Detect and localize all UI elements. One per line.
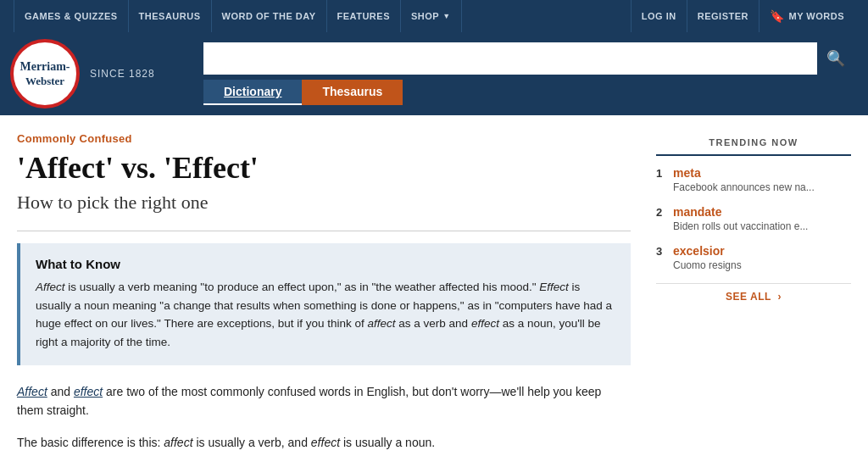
login-link[interactable]: LOG IN xyxy=(631,0,687,32)
tab-thesaurus[interactable]: Thesaurus xyxy=(302,80,403,105)
trending-num-2: 2 xyxy=(656,206,666,219)
logo-line2: Webster xyxy=(19,75,70,88)
article-subtitle: How to pick the right one xyxy=(17,192,631,214)
trending-word-1[interactable]: meta xyxy=(673,166,701,180)
trending-desc-3: Cuomo resigns xyxy=(656,259,851,271)
trending-desc-1: Facebook announces new na... xyxy=(656,181,851,193)
affect-italic: affect xyxy=(164,436,192,449)
see-all: SEE ALL › xyxy=(656,283,851,303)
chevron-right-icon: › xyxy=(777,291,782,303)
trending-divider xyxy=(656,154,851,156)
tabs: Dictionary Thesaurus xyxy=(203,80,854,105)
effect-link[interactable]: effect xyxy=(74,385,103,398)
word-of-day-link[interactable]: WORD OF THE DAY xyxy=(212,0,327,32)
main-container: Commonly Confused 'Affect' vs. 'Effect' … xyxy=(0,115,868,456)
what-to-know-title: What to Know xyxy=(36,257,615,271)
see-all-link[interactable]: SEE ALL › xyxy=(726,291,782,303)
content-area: Commonly Confused 'Affect' vs. 'Effect' … xyxy=(17,132,631,456)
effect-word-1: Effect xyxy=(539,281,569,293)
dropdown-arrow-icon: ▼ xyxy=(442,0,450,32)
what-to-know-box: What to Know Affect is usually a verb me… xyxy=(17,243,631,364)
games-quizzes-link[interactable]: GAMES & QUIZZES xyxy=(14,0,129,32)
logo-area: Merriam- Webster SINCE 1828 xyxy=(0,32,203,115)
trending-item-3: 3 excelsior Cuomo resigns xyxy=(656,244,851,271)
top-nav-right: LOG IN REGISTER 🔖 MY WORDS xyxy=(631,0,854,32)
sidebar: TRENDING NOW 1 meta Facebook announces n… xyxy=(656,132,851,456)
top-nav-left: GAMES & QUIZZES THESAURUS WORD OF THE DA… xyxy=(14,0,462,32)
divider xyxy=(17,231,631,231)
shop-link[interactable]: SHOP ▼ xyxy=(401,0,462,32)
search-input[interactable] xyxy=(203,42,817,75)
trending-num-3: 3 xyxy=(656,245,666,258)
affect-word-1: Affect xyxy=(36,281,65,293)
body-paragraph-1: Affect and effect are two of the most co… xyxy=(17,382,631,420)
thesaurus-nav-link[interactable]: THESAURUS xyxy=(129,0,212,32)
my-words-link[interactable]: 🔖 MY WORDS xyxy=(759,0,854,32)
effect-italic: effect xyxy=(311,436,340,449)
search-icon: 🔍 xyxy=(826,49,845,68)
search-tabs-area: 🔍 Dictionary Thesaurus xyxy=(203,32,854,115)
trending-title: TRENDING NOW xyxy=(656,137,851,147)
trending-num-1: 1 xyxy=(656,167,666,180)
trending-desc-2: Biden rolls out vaccination e... xyxy=(656,220,851,232)
affect-link[interactable]: Affect xyxy=(17,385,47,398)
body-paragraph-2: The basic difference is this: affect is … xyxy=(17,433,631,452)
trending-word-2[interactable]: mandate xyxy=(673,205,722,219)
site-header: Merriam- Webster SINCE 1828 🔍 Dictionary… xyxy=(0,32,868,115)
what-to-know-text: Affect is usually a verb meaning "to pro… xyxy=(36,278,615,351)
register-link[interactable]: REGISTER xyxy=(687,0,759,32)
trending-item-1: 1 meta Facebook announces new na... xyxy=(656,166,851,193)
bookmark-icon: 🔖 xyxy=(770,0,785,32)
logo-line1: Merriam- xyxy=(19,60,70,75)
effect-word-2: effect xyxy=(471,317,499,330)
search-button[interactable]: 🔍 xyxy=(817,42,854,75)
tab-dictionary[interactable]: Dictionary xyxy=(203,80,302,105)
article-title: 'Affect' vs. 'Effect' xyxy=(17,150,631,186)
features-link[interactable]: FEATURES xyxy=(327,0,401,32)
top-navigation: GAMES & QUIZZES THESAURUS WORD OF THE DA… xyxy=(0,0,868,32)
affect-word-2: affect xyxy=(368,317,396,330)
article-category: Commonly Confused xyxy=(17,132,631,145)
since-text: SINCE 1828 xyxy=(90,68,155,80)
search-bar: 🔍 xyxy=(203,42,854,75)
trending-item-2: 2 mandate Biden rolls out vaccination e.… xyxy=(656,205,851,232)
logo[interactable]: Merriam- Webster xyxy=(10,39,80,108)
trending-word-3[interactable]: excelsior xyxy=(673,244,725,258)
